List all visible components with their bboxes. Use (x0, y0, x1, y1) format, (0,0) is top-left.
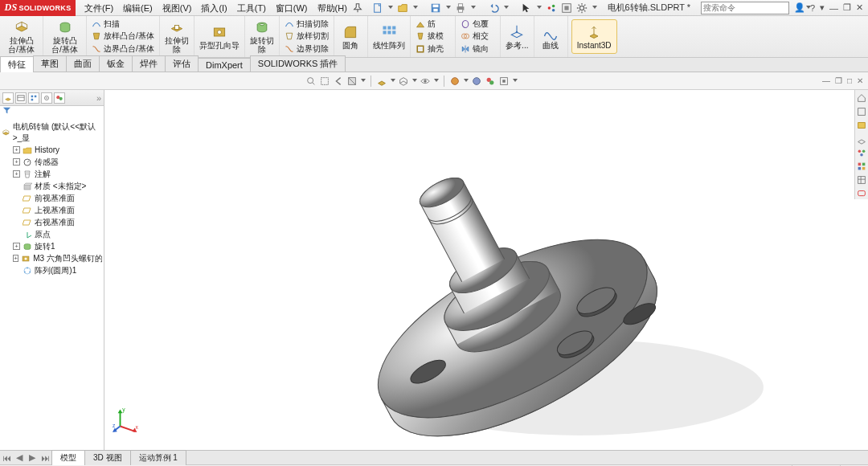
taskpane-design-lib-icon[interactable] (856, 120, 867, 131)
menu-view[interactable]: 视图(V) (158, 0, 197, 16)
menu-file[interactable]: 文件(F) (80, 0, 118, 16)
chevron-down-icon[interactable] (434, 79, 439, 84)
chevron-down-icon[interactable] (361, 79, 366, 84)
new-doc-icon[interactable] (372, 2, 383, 14)
chevron-down-icon[interactable] (471, 6, 476, 10)
zoom-fit-icon[interactable] (305, 76, 317, 87)
tree-item-front-plane[interactable]: 前视基准面 (2, 192, 102, 204)
display-style-icon[interactable] (398, 76, 409, 87)
btab-motion[interactable]: 运动算例 1 (130, 450, 186, 465)
menu-window[interactable]: 窗口(W) (271, 0, 313, 16)
tree-tab-property[interactable] (15, 92, 27, 104)
minimize-icon[interactable]: — (829, 3, 838, 13)
expand-icon[interactable]: + (13, 243, 20, 250)
boundary-cut-button[interactable]: 边界切除 (285, 43, 329, 55)
tree-item-sensors[interactable]: +传感器 (2, 156, 102, 168)
expand-icon[interactable]: + (13, 255, 18, 262)
tab-scroll-last-icon[interactable]: ⏭ (39, 452, 51, 464)
mdi-restore-icon[interactable]: ❐ (835, 76, 842, 85)
menu-edit[interactable]: 编辑(E) (118, 0, 158, 16)
chevron-down-icon[interactable] (391, 79, 395, 84)
open-doc-icon[interactable] (397, 2, 408, 14)
mdi-minimize-icon[interactable]: — (822, 76, 830, 85)
expand-icon[interactable]: + (13, 146, 20, 153)
tab-surface[interactable]: 曲面 (66, 55, 100, 72)
menu-tools[interactable]: 工具(T) (232, 0, 271, 16)
chevron-down-icon[interactable] (513, 79, 518, 84)
3d-viewport[interactable]: y x z (104, 90, 868, 450)
fillet-button[interactable]: 圆角 (334, 16, 368, 57)
tab-evaluate[interactable]: 评估 (165, 55, 199, 72)
search-box[interactable] (701, 2, 789, 14)
tree-item-circular-pattern[interactable]: 阵列(圆周)1 (2, 264, 102, 276)
chevron-down-icon[interactable] (537, 6, 542, 10)
mdi-close-icon[interactable]: ✕ (857, 76, 863, 85)
rib-button[interactable]: 筋 (416, 18, 450, 30)
tree-item-right-plane[interactable]: 右视基准面 (2, 216, 102, 228)
tab-sketch[interactable]: 草图 (33, 55, 67, 72)
tab-scroll-prev-icon[interactable]: ◀ (13, 452, 26, 464)
chevron-down-icon[interactable] (504, 6, 509, 10)
tree-item-top-plane[interactable]: 上视基准面 (2, 204, 102, 216)
btab-model[interactable]: 模型 (51, 450, 85, 465)
chevron-down-icon[interactable] (412, 79, 417, 84)
tree-tab-dimxpert[interactable] (41, 92, 52, 104)
hole-wizard-button[interactable]: 异型孔向导 (194, 16, 245, 57)
ref-geometry-button[interactable]: 参考... (501, 16, 534, 57)
chevron-down-icon[interactable] (388, 6, 393, 10)
expand-icon[interactable]: + (13, 170, 20, 178)
tab-addins[interactable]: SOLIDWORKS 插件 (250, 55, 346, 72)
tree-panel-expand-icon[interactable]: » (96, 93, 101, 103)
pin-icon[interactable] (352, 2, 363, 14)
view-triad[interactable]: y x z (113, 403, 143, 434)
tree-item-material[interactable]: 材质 <未指定> (2, 180, 102, 192)
scene-icon[interactable] (471, 76, 482, 87)
tree-item-hole[interactable]: +M3 六角凹头螺钉的柱形沉 (2, 252, 102, 264)
edit-appearance-icon[interactable] (449, 76, 461, 87)
boundary-boss-button[interactable]: 边界凸台/基体 (92, 43, 154, 55)
sweep-boss-button[interactable]: 扫描 (92, 18, 154, 30)
help-icon[interactable]: ? (810, 3, 815, 13)
taskpane-home-icon[interactable] (856, 92, 867, 104)
zoom-area-icon[interactable] (319, 76, 330, 87)
extrude-boss-button[interactable]: 拉伸凸 台/基体 (0, 16, 43, 57)
select-icon[interactable] (521, 2, 532, 14)
print-icon[interactable] (455, 2, 466, 14)
sweep-cut-button[interactable]: 扫描切除 (285, 18, 329, 30)
tab-scroll-next-icon[interactable]: ▶ (26, 452, 39, 464)
user-icon[interactable]: 👤 (794, 2, 805, 13)
curves-button[interactable]: 曲线 (534, 16, 568, 57)
close-icon[interactable]: ✕ (856, 2, 863, 13)
expand-icon[interactable]: + (13, 158, 20, 166)
section-view-icon[interactable] (346, 76, 358, 87)
btab-3dview[interactable]: 3D 视图 (84, 450, 131, 465)
mirror-button[interactable]: 镜向 (461, 43, 495, 55)
save-icon[interactable] (430, 2, 441, 14)
mdi-maximize-icon[interactable]: □ (847, 76, 852, 85)
shell-button[interactable]: 抽壳 (416, 43, 450, 55)
tree-tab-feature[interactable] (2, 92, 14, 104)
loft-boss-button[interactable]: 放样凸台/基体 (92, 31, 154, 42)
linear-pattern-button[interactable]: 线性阵列 (368, 16, 411, 57)
prev-view-icon[interactable] (333, 76, 344, 87)
tab-features[interactable]: 特征 (0, 56, 34, 72)
search-input[interactable] (703, 3, 805, 12)
instant3d-button[interactable]: Instant3D (571, 19, 617, 54)
tree-item-origin[interactable]: 原点 (2, 228, 102, 240)
tree-item-history[interactable]: +History (2, 144, 102, 156)
menu-insert[interactable]: 插入(I) (196, 0, 231, 16)
settings-icon[interactable] (576, 2, 588, 14)
revolve-cut-button[interactable]: 旋转切 除 (245, 16, 280, 57)
rebuild-icon[interactable] (546, 2, 557, 14)
tree-item-annotations[interactable]: +注解 (2, 168, 102, 180)
tree-tab-display[interactable] (54, 92, 65, 104)
wrap-button[interactable]: 包覆 (461, 18, 495, 30)
view-settings-icon[interactable] (498, 76, 510, 87)
chevron-down-icon[interactable] (446, 6, 451, 10)
taskpane-appearances-icon[interactable] (856, 161, 867, 172)
tree-item-revolve1[interactable]: +旋转1 (2, 240, 102, 252)
tab-sheetmetal[interactable]: 钣金 (99, 55, 133, 72)
tree-filter[interactable] (0, 106, 104, 118)
undo-icon[interactable] (488, 2, 499, 14)
taskpane-resources-icon[interactable] (856, 106, 867, 117)
